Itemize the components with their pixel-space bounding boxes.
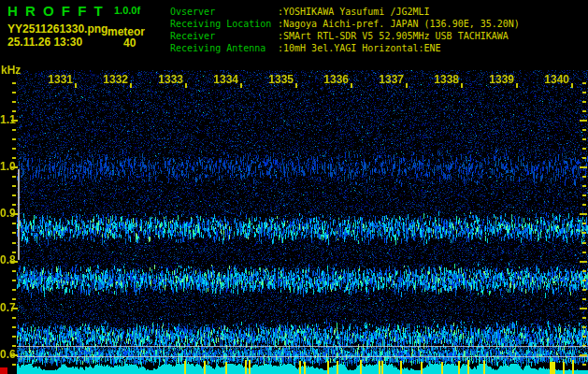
- freq-minor-tick-left: [12, 129, 16, 131]
- freq-major-tick-right: [580, 308, 587, 309]
- output-filename: YY2511261330.png: [7, 22, 108, 36]
- time-tick-1332: [130, 83, 132, 88]
- time-tick-1340: [571, 83, 573, 88]
- freq-minor-tick-right: [582, 270, 586, 272]
- freq-minor-tick-right: [582, 176, 586, 178]
- freq-minor-tick-left: [12, 110, 16, 112]
- freq-minor-tick-right: [582, 289, 586, 291]
- freq-minor-tick-right: [582, 232, 586, 234]
- freq-minor-tick-right: [582, 223, 586, 224]
- count-value: 40: [123, 36, 136, 50]
- freq-minor-tick-right: [582, 129, 586, 131]
- freq-minor-tick-right: [582, 101, 586, 103]
- freq-minor-tick-left: [12, 345, 16, 347]
- info-row-observer: Ovserver:YOSHIKAWA Yasufumi /JG2MLI: [170, 6, 520, 18]
- time-tick-1337: [406, 83, 408, 88]
- info-value: :SMArt RTL-SDR V5 52.905MHz USB TACHIKAW…: [278, 30, 509, 42]
- freq-minor-tick-right: [582, 336, 586, 338]
- freq-minor-tick-left: [12, 194, 16, 196]
- freq-minor-tick-left: [12, 138, 16, 140]
- freq-minor-tick-left: [12, 176, 16, 178]
- level-reference-line: [17, 346, 588, 347]
- freq-major-tick-left: [11, 261, 18, 263]
- freq-minor-tick-right: [582, 242, 586, 244]
- spectrogram-canvas: [17, 70, 588, 374]
- freq-minor-tick-left: [12, 101, 16, 103]
- freq-minor-tick-left: [12, 364, 16, 366]
- hrofft-output: H R O F F T 1.0.0f YY2511261330.png mete…: [0, 0, 588, 374]
- status-red-marker: [0, 367, 7, 374]
- freq-minor-tick-left: [12, 242, 16, 244]
- freq-minor-tick-right: [582, 194, 586, 196]
- freq-minor-tick-right: [582, 204, 586, 206]
- info-label: Ovserver: [170, 6, 278, 18]
- time-tick-1338: [461, 83, 463, 88]
- freq-minor-tick-left: [12, 280, 16, 281]
- time-tick-label-1334: 1334: [208, 73, 238, 86]
- freq-minor-tick-left: [12, 157, 16, 159]
- info-label: Receiving Location: [170, 18, 278, 30]
- time-tick-1335: [295, 83, 297, 88]
- time-tick-1334: [240, 83, 242, 88]
- freq-minor-tick-left: [12, 148, 16, 150]
- freq-minor-tick-right: [582, 82, 586, 84]
- time-tick-1331: [75, 83, 77, 88]
- info-row-location: Receiving Location:Nagoya Aichi-pref. JA…: [170, 18, 520, 30]
- y-axis-unit: kHz: [1, 64, 21, 77]
- freq-minor-tick-right: [582, 252, 586, 253]
- freq-minor-tick-right: [582, 185, 586, 187]
- time-tick-label-1336: 1336: [319, 73, 349, 86]
- app-version: 1.0.0f: [114, 5, 140, 16]
- freq-minor-tick-left: [12, 270, 16, 272]
- freq-minor-tick-left: [12, 92, 16, 94]
- freq-major-tick-left: [11, 213, 18, 215]
- time-tick-1336: [351, 83, 352, 88]
- time-tick-1339: [516, 83, 518, 88]
- freq-minor-tick-left: [12, 298, 16, 300]
- freq-minor-tick-right: [582, 110, 586, 112]
- freq-minor-tick-right: [582, 138, 586, 140]
- time-tick-label-1339: 1339: [484, 73, 514, 86]
- freq-major-tick-left: [11, 166, 18, 168]
- band-reference-vline: [18, 169, 20, 260]
- freq-major-tick-left: [11, 120, 18, 122]
- freq-minor-tick-left: [12, 185, 16, 187]
- freq-tick-label-0.8: 0.8: [0, 253, 13, 266]
- app-title: H R O F F T: [7, 3, 105, 19]
- freq-minor-tick-left: [12, 82, 16, 84]
- freq-minor-tick-right: [582, 326, 586, 328]
- freq-minor-tick-right: [582, 298, 586, 300]
- time-tick-1333: [185, 83, 187, 88]
- info-label: Receiver: [170, 30, 278, 42]
- freq-minor-tick-right: [582, 92, 586, 94]
- freq-minor-tick-left: [12, 204, 16, 206]
- info-value: :10mH 3el.YAGI Horizontal:ENE: [278, 42, 441, 54]
- freq-minor-tick-right: [582, 148, 586, 150]
- time-tick-label-1331: 1331: [43, 73, 73, 86]
- info-row-antenna: Receiving Antenna:10mH 3el.YAGI Horizont…: [170, 42, 520, 54]
- freq-minor-tick-left: [12, 317, 16, 319]
- station-info: Ovserver:YOSHIKAWA Yasufumi /JG2MLI Rece…: [170, 6, 520, 54]
- freq-minor-tick-right: [582, 317, 586, 319]
- freq-major-tick-left: [11, 308, 18, 309]
- freq-minor-tick-left: [12, 326, 16, 328]
- info-value: :YOSHIKAWA Yasufumi /JG2MLI: [278, 6, 430, 18]
- freq-minor-tick-right: [582, 364, 586, 366]
- freq-minor-tick-right: [582, 157, 586, 159]
- freq-major-tick-right: [580, 120, 587, 122]
- freq-minor-tick-left: [12, 232, 16, 234]
- time-tick-label-1332: 1332: [98, 73, 128, 86]
- freq-major-tick-right: [580, 213, 587, 215]
- datetime-label: 25.11.26 13:30: [7, 36, 82, 49]
- time-tick-label-1333: 1333: [153, 73, 183, 86]
- time-tick-label-1340: 1340: [539, 73, 569, 86]
- freq-minor-tick-right: [582, 280, 586, 281]
- freq-minor-tick-left: [12, 336, 16, 338]
- info-row-receiver: Receiver:SMArt RTL-SDR V5 52.905MHz USB …: [170, 30, 520, 42]
- info-value: :Nagoya Aichi-pref. JAPAN (136.90E, 35.2…: [278, 18, 520, 30]
- freq-minor-tick-left: [12, 289, 16, 291]
- time-tick-label-1338: 1338: [429, 73, 459, 86]
- time-tick-label-1337: 1337: [374, 73, 404, 86]
- level-reference-line: [17, 356, 588, 357]
- freq-major-tick-right: [580, 261, 587, 263]
